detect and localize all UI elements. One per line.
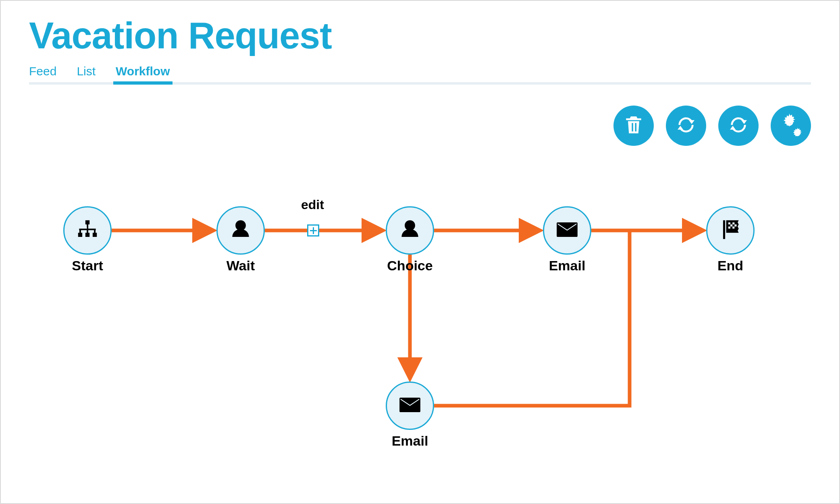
node-label: End (717, 258, 743, 274)
app-frame: Vacation Request Feed List Workflow (0, 0, 840, 504)
email-icon (555, 217, 580, 244)
gears-icon (780, 114, 802, 138)
flag-icon (718, 217, 743, 244)
node-start[interactable]: Start (63, 206, 112, 255)
node-choice[interactable]: Choice (386, 206, 434, 255)
user-check-icon (228, 217, 253, 244)
node-email-1[interactable]: Email (543, 206, 591, 255)
tab-feed[interactable]: Feed (29, 62, 56, 82)
node-end[interactable]: End (706, 206, 755, 255)
node-label: Email (392, 433, 428, 449)
hierarchy-icon (75, 217, 100, 244)
tab-bar: Feed List Workflow (29, 62, 811, 85)
refresh-button[interactable] (666, 106, 706, 146)
add-step-button[interactable] (307, 224, 319, 236)
trash-icon (622, 114, 645, 138)
edge-label-edit: edit (301, 197, 324, 212)
node-label: Email (549, 258, 586, 274)
toolbar (613, 106, 811, 146)
tab-list[interactable]: List (77, 62, 96, 82)
node-email-2[interactable]: Email (386, 382, 434, 430)
refresh-icon (675, 114, 697, 138)
node-label: Wait (227, 258, 255, 274)
refresh-icon (727, 114, 750, 138)
email-icon (397, 392, 422, 419)
page-title: Vacation Request (29, 17, 811, 54)
tab-workflow[interactable]: Workflow (116, 62, 170, 82)
settings-button[interactable] (771, 106, 811, 146)
node-wait[interactable]: Wait (216, 206, 265, 255)
user-check-icon (397, 217, 422, 244)
node-label: Choice (387, 258, 432, 274)
node-label: Start (72, 258, 103, 274)
refresh-alt-button[interactable] (718, 106, 759, 146)
delete-button[interactable] (613, 106, 654, 146)
